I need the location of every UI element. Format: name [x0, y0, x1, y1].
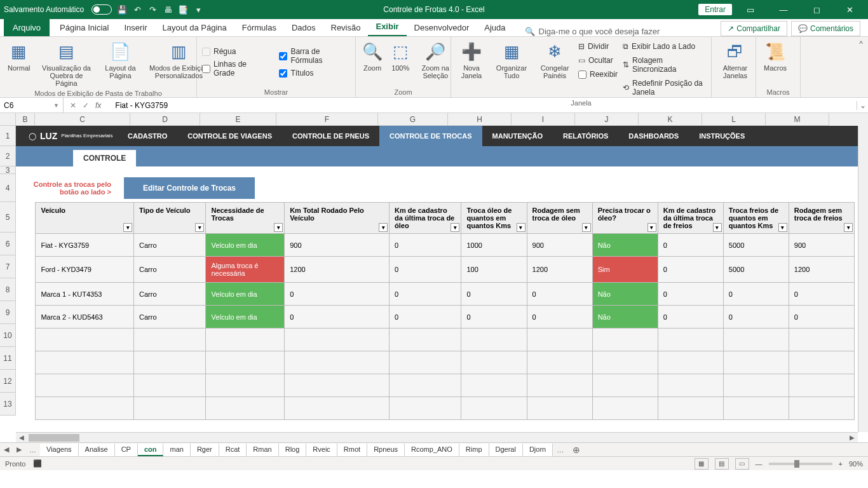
quickprint-icon[interactable]: 🖶	[163, 4, 173, 15]
col-header[interactable]: E	[200, 113, 276, 126]
cell[interactable]	[592, 329, 658, 351]
sheet-tab[interactable]: Viagens	[40, 444, 79, 456]
sheet-tab[interactable]: Rlog	[279, 444, 307, 456]
signin-button[interactable]: Entrar	[698, 4, 732, 15]
cell[interactable]: 0	[658, 234, 723, 257]
cell[interactable]: 0	[527, 283, 592, 306]
formulabar-checkbox[interactable]: Barra de Fórmulas	[279, 46, 350, 66]
cell[interactable]	[36, 397, 134, 420]
sheet-tab[interactable]: Rmot	[337, 444, 367, 456]
enter-icon[interactable]: ✓	[83, 101, 89, 110]
add-sheet-button[interactable]: ⊕	[567, 445, 585, 455]
cell[interactable]	[723, 351, 789, 374]
row-header[interactable]: 1	[0, 126, 16, 146]
scroll-thumb[interactable]	[29, 434, 79, 442]
ribbon-options-icon[interactable]: ▭	[736, 0, 765, 19]
cell[interactable]	[16, 306, 36, 329]
tell-me[interactable]: 🔍 Diga-me o que você deseja fazer	[525, 27, 660, 36]
fx-icon[interactable]: fx	[95, 101, 105, 110]
cell[interactable]: Veículo em dia	[206, 283, 285, 306]
cell[interactable]	[16, 351, 36, 374]
filter-icon[interactable]: ▾	[451, 223, 459, 232]
freeze-panes-button[interactable]: ❄Congelar Painéis	[536, 39, 573, 98]
cell[interactable]: 900	[285, 234, 390, 257]
normal-view-button[interactable]: ▦Normal	[5, 39, 32, 88]
cell[interactable]	[723, 374, 789, 397]
controle-tab[interactable]: CONTROLE	[73, 150, 136, 166]
sheet-nav-next-icon[interactable]: ▶	[13, 445, 25, 454]
cell[interactable]	[527, 397, 592, 420]
hide-button[interactable]: ▭Ocultar	[578, 55, 618, 66]
sheet-tab[interactable]: Analise	[79, 444, 115, 456]
tab-inserir[interactable]: Inserir	[116, 19, 154, 36]
sheet-tab[interactable]: Rveic	[306, 444, 337, 456]
headings-checkbox[interactable]: Títulos	[279, 67, 350, 79]
filter-icon[interactable]: ▾	[648, 223, 656, 232]
cell[interactable]	[461, 374, 527, 397]
scroll-right-icon[interactable]: ▶	[846, 434, 858, 441]
cell[interactable]	[390, 374, 461, 397]
zoom-button[interactable]: 🔍Zoom	[361, 39, 384, 81]
cell[interactable]: Carro	[134, 234, 206, 257]
formula-input[interactable]: Fiat - KYG3759	[111, 101, 857, 110]
cell[interactable]	[36, 374, 134, 397]
cell[interactable]: 900	[527, 234, 592, 257]
vertical-scrollbar[interactable]	[858, 126, 868, 432]
autosave-toggle[interactable]	[92, 4, 112, 15]
cell[interactable]	[723, 397, 789, 420]
row-header[interactable]: 6	[0, 233, 16, 255]
sheet-tab[interactable]: Djorn	[523, 444, 553, 456]
cell[interactable]	[658, 351, 723, 374]
col-header-cell[interactable]: Troca óleo de quantos em quantos Kms▾	[461, 203, 527, 234]
col-header[interactable]: M	[766, 113, 829, 126]
zoom-selection-button[interactable]: 🔎Zoom na Seleção	[417, 39, 454, 81]
filter-icon[interactable]: ▾	[123, 223, 132, 232]
cell[interactable]: 5000	[723, 234, 789, 257]
arrange-all-button[interactable]: ▦Organizar Tudo	[492, 39, 531, 98]
sheet-tab[interactable]: con	[138, 444, 164, 456]
filter-icon[interactable]: ▾	[379, 223, 388, 232]
tab-frmulas[interactable]: Fórmulas	[234, 19, 284, 36]
cell[interactable]	[206, 329, 285, 351]
sheet-nav-more-icon[interactable]: …	[25, 446, 40, 454]
filter-icon[interactable]: ▾	[195, 223, 204, 232]
cell[interactable]: Marca 1 - KUT4353	[36, 283, 134, 306]
cell[interactable]: 0	[658, 283, 723, 306]
cell[interactable]: 0	[285, 283, 390, 306]
filter-icon[interactable]: ▾	[844, 223, 853, 232]
cancel-icon[interactable]: ✕	[70, 101, 76, 110]
cell[interactable]	[592, 374, 658, 397]
nav-controledetrocas[interactable]: CONTROLE DE TROCAS	[379, 126, 482, 146]
cell[interactable]	[206, 374, 285, 397]
row-header[interactable]: 2	[0, 146, 16, 166]
cell[interactable]: 0	[723, 283, 789, 306]
cell[interactable]	[527, 374, 592, 397]
cell[interactable]	[527, 329, 592, 351]
cell[interactable]: Sim	[592, 257, 658, 283]
col-header-cell[interactable]: Necessidade de Trocas▾	[206, 203, 285, 234]
redo-icon[interactable]: ↷	[147, 4, 158, 15]
cell[interactable]	[285, 397, 390, 420]
expand-formula-icon[interactable]: ⌄	[857, 101, 868, 110]
cell[interactable]: 1000	[461, 234, 527, 257]
zoom-out-button[interactable]: —	[756, 460, 763, 468]
qat-more-icon[interactable]: ▾	[193, 4, 203, 15]
select-all-corner[interactable]	[0, 113, 16, 126]
cell[interactable]: 0	[285, 306, 390, 329]
cell[interactable]: 0	[789, 283, 854, 306]
cell[interactable]: 0	[390, 283, 461, 306]
undo-icon[interactable]: ↶	[132, 4, 142, 15]
cell[interactable]	[16, 257, 36, 283]
sheet-nav-more2-icon[interactable]: …	[553, 446, 567, 454]
row-header[interactable]: 3	[0, 166, 16, 174]
cell[interactable]	[36, 351, 134, 374]
maximize-button[interactable]: ◻	[802, 0, 831, 19]
pagebreak-view-icon[interactable]: ▭	[735, 458, 749, 470]
col-header[interactable]: F	[276, 113, 378, 126]
cell[interactable]: Fiat - KYG3759	[36, 234, 134, 257]
touch-icon[interactable]: 📑	[178, 4, 188, 15]
sheet-tab[interactable]: Rpneus	[367, 444, 405, 456]
page-break-button[interactable]: ▤Visualização da Quebra de Página	[37, 39, 95, 88]
cell[interactable]	[658, 397, 723, 420]
nav-manuteno[interactable]: MANUTENÇÃO	[482, 126, 553, 146]
